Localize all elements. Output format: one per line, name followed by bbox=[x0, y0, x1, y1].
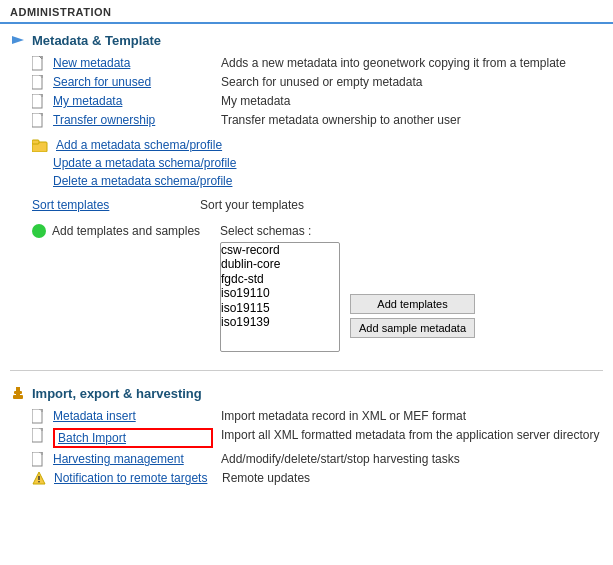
svg-rect-5 bbox=[32, 113, 42, 127]
import-section-title: Import, export & harvesting bbox=[10, 385, 603, 401]
search-unused-row: Search for unused Search for unused or e… bbox=[10, 73, 603, 92]
my-metadata-link[interactable]: My metadata bbox=[53, 94, 213, 108]
page-title: ADMINISTRATION bbox=[0, 0, 613, 24]
folder-icon bbox=[32, 138, 48, 152]
add-templates-row: Add templates and samples Select schemas… bbox=[10, 220, 603, 356]
svg-rect-7 bbox=[32, 140, 39, 144]
my-metadata-desc: My metadata bbox=[221, 94, 290, 108]
svg-rect-4 bbox=[32, 94, 42, 108]
schema-option-csw: csw-record bbox=[221, 243, 339, 257]
section-divider bbox=[10, 370, 603, 371]
svg-rect-15 bbox=[38, 476, 39, 480]
doc-icon bbox=[32, 56, 45, 71]
doc-icon-3 bbox=[32, 94, 45, 109]
doc-icon-4 bbox=[32, 113, 45, 128]
harvesting-row: Harvesting management Add/modify/delete/… bbox=[10, 450, 603, 469]
metadata-title-text: Metadata & Template bbox=[32, 33, 161, 48]
doc-icon-7 bbox=[32, 452, 45, 467]
add-templates-button[interactable]: Add templates bbox=[350, 294, 475, 314]
sort-templates-row: Sort templates Sort your templates bbox=[10, 194, 603, 216]
arrow-icon bbox=[10, 32, 26, 48]
add-templates-label: Add templates and samples bbox=[52, 224, 212, 238]
svg-rect-12 bbox=[32, 428, 42, 442]
sort-templates-desc: Sort your templates bbox=[200, 198, 304, 212]
schemas-container: Select schemas : csw-record dublin-core … bbox=[220, 224, 475, 352]
search-unused-desc: Search for unused or empty metadata bbox=[221, 75, 422, 89]
transfer-ownership-row: Transfer ownership Transfer metadata own… bbox=[10, 111, 603, 130]
delete-schema-link[interactable]: Delete a metadata schema/profile bbox=[53, 174, 232, 188]
batch-import-desc: Import all XML formatted metadata from t… bbox=[221, 428, 599, 442]
notification-row: Notification to remote targets Remote up… bbox=[10, 469, 603, 487]
schemas-select[interactable]: csw-record dublin-core fgdc-std iso19110… bbox=[220, 242, 340, 352]
schema-option-dublin: dublin-core bbox=[221, 257, 339, 271]
admin-header: ADMINISTRATION bbox=[0, 0, 613, 24]
batch-import-row: Batch Import Import all XML formatted me… bbox=[10, 426, 603, 450]
green-circle-icon bbox=[32, 224, 46, 238]
new-metadata-link[interactable]: New metadata bbox=[53, 56, 213, 70]
update-schema-link[interactable]: Update a metadata schema/profile bbox=[53, 156, 236, 170]
schemas-label: Select schemas : bbox=[220, 224, 340, 238]
svg-rect-3 bbox=[32, 75, 42, 89]
svg-rect-13 bbox=[32, 452, 42, 466]
svg-marker-0 bbox=[12, 36, 24, 44]
doc-icon-6 bbox=[32, 428, 45, 443]
new-metadata-row: New metadata Adds a new metadata into ge… bbox=[10, 54, 603, 73]
metadata-insert-link[interactable]: Metadata insert bbox=[53, 409, 213, 423]
schema-option-iso19110: iso19110 bbox=[221, 286, 339, 300]
metadata-section-title: Metadata & Template bbox=[10, 32, 603, 48]
transfer-ownership-desc: Transfer metadata ownership to another u… bbox=[221, 113, 461, 127]
svg-rect-10 bbox=[14, 391, 22, 394]
harvesting-link[interactable]: Harvesting management bbox=[53, 452, 213, 466]
sort-templates-link[interactable]: Sort templates bbox=[32, 198, 192, 212]
search-unused-link[interactable]: Search for unused bbox=[53, 75, 213, 89]
schema-option-fgdc: fgdc-std bbox=[221, 272, 339, 286]
batch-import-link[interactable]: Batch Import bbox=[53, 428, 213, 448]
harvesting-desc: Add/modify/delete/start/stop harvesting … bbox=[221, 452, 460, 466]
notification-desc: Remote updates bbox=[222, 471, 310, 485]
metadata-section: Metadata & Template New metadata Adds a … bbox=[0, 24, 613, 364]
my-metadata-row: My metadata My metadata bbox=[10, 92, 603, 111]
import-section: Import, export & harvesting Metadata ins… bbox=[0, 377, 613, 495]
add-schema-row: Add a metadata schema/profile bbox=[10, 136, 603, 154]
delete-schema-row: Delete a metadata schema/profile bbox=[10, 172, 603, 190]
import-icon bbox=[10, 385, 26, 401]
add-schema-link[interactable]: Add a metadata schema/profile bbox=[56, 138, 222, 152]
doc-icon-2 bbox=[32, 75, 45, 90]
doc-icon-5 bbox=[32, 409, 45, 424]
notification-link[interactable]: Notification to remote targets bbox=[54, 471, 214, 485]
new-metadata-desc: Adds a new metadata into geonetwork copy… bbox=[221, 56, 566, 70]
transfer-ownership-link[interactable]: Transfer ownership bbox=[53, 113, 213, 127]
schema-buttons: Add templates Add sample metadata bbox=[350, 294, 475, 338]
metadata-insert-desc: Import metadata record in XML or MEF for… bbox=[221, 409, 466, 423]
import-title-text: Import, export & harvesting bbox=[32, 386, 202, 401]
svg-rect-11 bbox=[32, 409, 42, 423]
schema-option-iso19115: iso19115 bbox=[221, 301, 339, 315]
update-schema-row: Update a metadata schema/profile bbox=[10, 154, 603, 172]
schema-option-iso19139: iso19139 bbox=[221, 315, 339, 329]
svg-rect-16 bbox=[38, 481, 39, 482]
add-sample-metadata-button[interactable]: Add sample metadata bbox=[350, 318, 475, 338]
metadata-insert-row: Metadata insert Import metadata record i… bbox=[10, 407, 603, 426]
warning-icon bbox=[32, 471, 46, 485]
